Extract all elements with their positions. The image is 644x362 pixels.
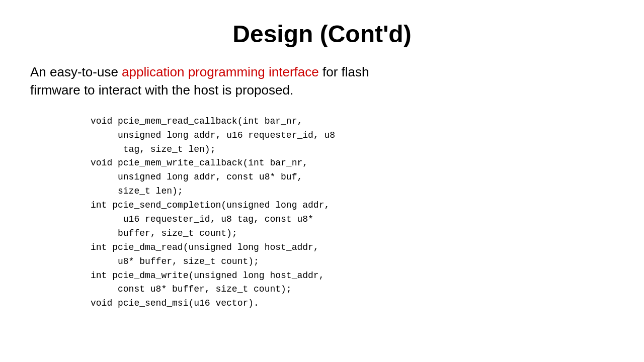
- code-block: void pcie_mem_read_callback(int bar_nr, …: [91, 115, 335, 311]
- slide: Design (Cont'd) An easy-to-use applicati…: [0, 0, 644, 362]
- slide-description: An easy-to-use application programming i…: [30, 63, 423, 100]
- title-container: Design (Cont'd): [30, 20, 614, 48]
- description-before: An easy-to-use: [30, 64, 122, 79]
- slide-title: Design (Cont'd): [30, 20, 614, 48]
- description-highlight: application programming interface: [122, 64, 319, 79]
